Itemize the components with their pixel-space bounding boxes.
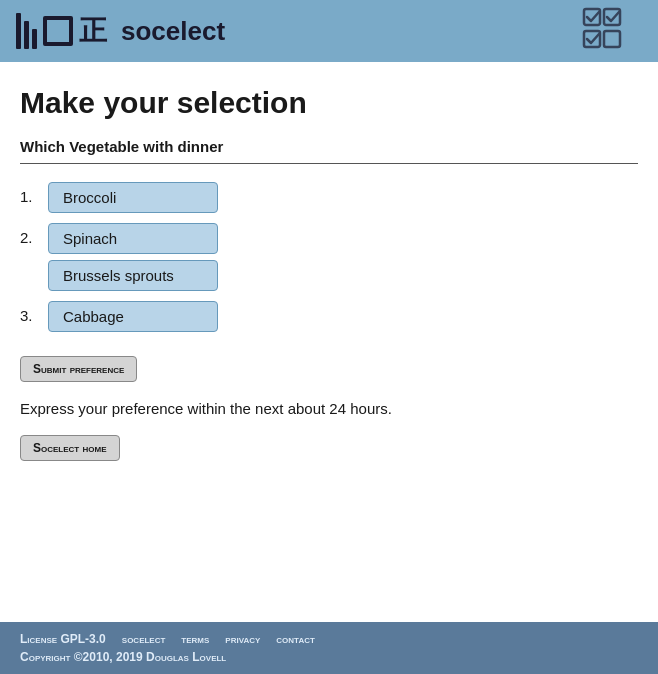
list-number-1: 1.	[20, 182, 42, 205]
option-spinach[interactable]: Spinach	[48, 223, 218, 254]
footer-license: License GPL-3.0	[20, 632, 106, 646]
svg-rect-3	[604, 31, 620, 47]
option-broccoli[interactable]: Broccoli	[48, 182, 218, 213]
app-title: socelect	[121, 16, 225, 47]
option-group-1: Broccoli	[48, 182, 218, 213]
logo-bar-1	[16, 13, 21, 49]
list-number-3: 3.	[20, 301, 42, 324]
logo-bar-2	[24, 21, 29, 49]
submit-preference-button[interactable]: Submit preference	[20, 356, 137, 382]
footer-link-terms[interactable]: terms	[181, 632, 209, 646]
footer-link-socelect[interactable]: socelect	[122, 632, 166, 646]
logo-bars	[16, 13, 37, 49]
info-text: Express your preference within the next …	[20, 400, 638, 417]
footer-link-contact[interactable]: contact	[276, 632, 315, 646]
question-label: Which Vegetable with dinner	[20, 138, 638, 164]
option-group-3: Cabbage	[48, 301, 218, 332]
logo-z-shape: 正	[79, 17, 107, 45]
list-item: 1. Broccoli	[20, 182, 638, 213]
options-list: 1. Broccoli 2. Spinach Brussels sprouts …	[20, 182, 638, 332]
option-brussels-sprouts[interactable]: Brussels sprouts	[48, 260, 218, 291]
option-group-2: Spinach Brussels sprouts	[48, 223, 218, 291]
footer-links: License GPL-3.0 socelect terms privacy c…	[20, 632, 638, 646]
list-number-2: 2.	[20, 223, 42, 246]
option-cabbage[interactable]: Cabbage	[48, 301, 218, 332]
header-left: 正 socelect	[16, 13, 225, 49]
socelect-home-button[interactable]: Socelect home	[20, 435, 120, 461]
page-title: Make your selection	[20, 86, 638, 120]
footer-copyright: Copyright ©2010, 2019 Douglas Lovell	[20, 650, 638, 664]
footer: License GPL-3.0 socelect terms privacy c…	[0, 622, 658, 674]
logo-square	[43, 16, 73, 46]
checklist-icon	[582, 7, 642, 56]
logo-bar-3	[32, 29, 37, 49]
logo-icon: 正	[16, 13, 107, 49]
footer-link-privacy[interactable]: privacy	[225, 632, 260, 646]
main-content: Make your selection Which Vegetable with…	[0, 62, 658, 622]
list-item: 2. Spinach Brussels sprouts	[20, 223, 638, 291]
app-header: 正 socelect	[0, 0, 658, 62]
list-item: 3. Cabbage	[20, 301, 638, 332]
